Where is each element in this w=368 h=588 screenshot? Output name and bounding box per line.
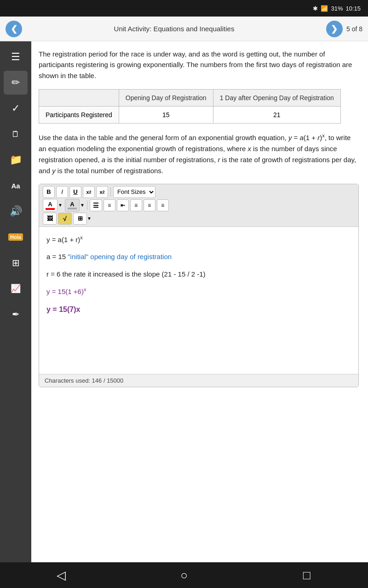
sidebar-item-graph[interactable]: 📈	[4, 277, 28, 300]
table-header-opening-day: Opening Day of Registration	[119, 89, 213, 106]
equation-line-2: a = 15 "initial" opening day of registra…	[46, 251, 351, 263]
audio-icon: 🔊	[10, 205, 22, 217]
wifi-icon: 📶	[321, 5, 328, 12]
editor-toolbar: B I U x2 x2 Font Sizes Small Normal Larg…	[39, 184, 358, 227]
color-a-label: A	[48, 201, 52, 208]
nav-back-button[interactable]: ❮	[6, 21, 22, 37]
nav-page-info: 5 of 8	[346, 25, 362, 33]
underline-button[interactable]: U	[69, 186, 81, 198]
sidebar-item-pen[interactable]: ✒	[4, 302, 28, 326]
font-size-select[interactable]: Font Sizes Small Normal Large	[113, 186, 155, 198]
editor-content[interactable]: y = a(1 + r)x a = 15 "initial" opening d…	[39, 227, 358, 374]
edit-icon: ✏	[12, 77, 20, 89]
highlight-color-a[interactable]: A	[65, 199, 80, 212]
equation-line-1: y = a(1 + r)x	[46, 233, 351, 246]
nav-title: Unit Activity: Equations and Inequalitie…	[26, 25, 322, 33]
unordered-list-button[interactable]: ☰	[90, 199, 102, 211]
pen-icon: ✒	[12, 309, 20, 320]
graph-icon: 📈	[11, 283, 21, 294]
font-color-a[interactable]: A	[43, 199, 58, 212]
bottom-back-button[interactable]: ◁	[47, 565, 75, 585]
table-header-day-after: 1 Day after Opening Day of Registration	[213, 89, 340, 106]
image-button[interactable]: 🖼	[43, 213, 57, 225]
toolbar-divider-1	[110, 187, 111, 197]
registration-table: Opening Day of Registration 1 Day after …	[39, 89, 341, 124]
align-left-button[interactable]: ≡	[130, 199, 142, 211]
table-insert-button[interactable]: ⊞ ▼	[73, 213, 92, 225]
sidebar-item-check[interactable]: ✓	[4, 96, 28, 120]
bluetooth-icon: ✱	[313, 5, 318, 12]
align-center-button[interactable]: ≡	[144, 199, 155, 211]
bold-button[interactable]: B	[43, 186, 55, 198]
color-indicator	[46, 208, 55, 210]
check-icon: ✓	[12, 102, 20, 114]
highlight-color-arrow[interactable]: ▼	[80, 203, 85, 208]
time-label: 10:15	[345, 5, 361, 12]
subscript-button[interactable]: x2	[96, 186, 108, 198]
formula-button[interactable]: √	[58, 213, 72, 225]
sidebar-item-translate[interactable]: Hola	[4, 225, 28, 249]
nav-bar: ❮ Unit Activity: Equations and Inequalit…	[0, 17, 368, 41]
editor-container: B I U x2 x2 Font Sizes Small Normal Larg…	[39, 184, 359, 387]
ordered-list-button[interactable]: ≡	[104, 199, 115, 211]
sidebar-item-edit[interactable]: ✏	[4, 71, 28, 95]
chars-used-label: Characters used: 146 / 15000	[39, 374, 358, 387]
sidebar-item-text[interactable]: Aa	[4, 174, 28, 198]
text-size-icon: Aa	[11, 182, 20, 190]
bottom-recent-button[interactable]: □	[293, 565, 321, 585]
font-color-button[interactable]: A ▼	[43, 199, 63, 212]
battery-label: 31%	[331, 5, 343, 12]
sidebar: ☰ ✏ ✓ 🗒 📁 Aa 🔊 Hola ⊞ 📈 ✒	[0, 41, 31, 562]
status-icons: ✱ 📶 31% 10:15	[313, 5, 361, 12]
equation-line-3: r = 6 the rate it increased is the slope…	[46, 268, 351, 280]
italic-button[interactable]: I	[56, 186, 68, 198]
equation-line-5: y = 15(7)x	[46, 303, 351, 316]
table-row: Participants Registered 15 21	[39, 106, 341, 123]
main-layout: ☰ ✏ ✓ 🗒 📁 Aa 🔊 Hola ⊞ 📈 ✒	[0, 41, 368, 562]
highlight-a-label: A	[70, 201, 74, 208]
bottom-nav: ◁ ○ □	[0, 562, 368, 588]
table-cell-label: Participants Registered	[39, 106, 119, 123]
highlight-indicator	[68, 208, 77, 209]
translate-icon: Hola	[8, 233, 23, 241]
bottom-home-button[interactable]: ○	[170, 565, 198, 585]
sidebar-item-folder[interactable]: 📁	[4, 148, 28, 172]
toolbar-row-1: B I U x2 x2 Font Sizes Small Normal Larg…	[43, 186, 355, 198]
intro-paragraph: The registration period for the race is …	[39, 49, 359, 81]
table-cell-15: 15	[119, 106, 213, 123]
menu-icon: ☰	[11, 51, 20, 63]
status-bar: ✱ 📶 31% 10:15	[0, 0, 368, 17]
table-arrow[interactable]: ▼	[87, 216, 92, 221]
table-icon: ⊞	[12, 257, 20, 268]
nav-forward-button[interactable]: ❯	[326, 21, 343, 37]
table-header-empty	[39, 89, 119, 106]
note-icon: 🗒	[12, 130, 20, 139]
table-cell-21: 21	[213, 106, 340, 123]
align-right-button[interactable]: ≡	[157, 199, 169, 211]
font-color-arrow[interactable]: ▼	[58, 203, 63, 208]
sidebar-item-table[interactable]: ⊞	[4, 251, 28, 275]
sidebar-item-note[interactable]: 🗒	[4, 122, 28, 146]
table-btn[interactable]: ⊞	[73, 213, 87, 225]
folder-icon: 📁	[10, 154, 22, 166]
sidebar-item-menu[interactable]: ☰	[4, 45, 28, 69]
highlight-color-button[interactable]: A ▼	[65, 199, 85, 212]
outdent-button[interactable]: ⇤	[117, 199, 129, 211]
sidebar-item-audio[interactable]: 🔊	[4, 199, 28, 223]
toolbar-row-3: 🖼 √ ⊞ ▼	[43, 213, 355, 225]
equation-line-4: y = 15(1 +6)x	[46, 285, 351, 298]
superscript-button[interactable]: x2	[83, 186, 95, 198]
toolbar-divider-2	[87, 201, 87, 210]
content-area: The registration period for the race is …	[31, 41, 368, 562]
link-text: "initial" opening day of registration	[68, 253, 172, 260]
toolbar-row-2: A ▼ A ▼ ☰ ≡ ⇤	[43, 199, 355, 212]
body-paragraph: Use the data in the table and the genera…	[39, 132, 359, 176]
